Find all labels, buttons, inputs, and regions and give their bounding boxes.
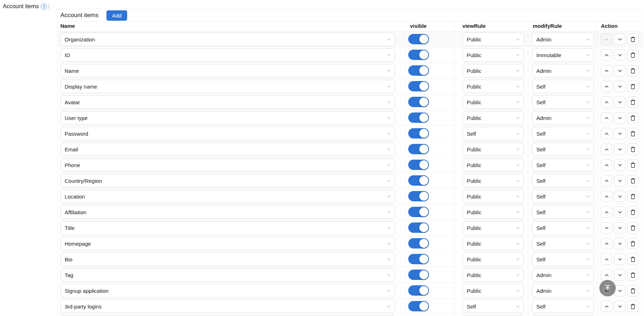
visible-switch[interactable] [408,97,429,107]
modify-rule-select[interactable]: Self [532,80,594,93]
view-rule-select[interactable]: Self [463,127,524,140]
move-down-button[interactable] [614,96,625,108]
visible-switch[interactable] [408,254,429,264]
visible-switch[interactable] [408,285,429,296]
move-down-button[interactable] [614,254,625,265]
view-rule-select[interactable]: Public [463,205,524,219]
move-up-button[interactable] [601,238,612,249]
modify-rule-select[interactable]: Self [532,300,594,313]
name-select[interactable]: Display name [60,80,395,93]
visible-switch[interactable] [408,270,429,280]
modify-rule-select[interactable]: Immutable [532,48,594,62]
move-down-button[interactable] [614,238,625,249]
view-rule-select[interactable]: Public [463,95,524,109]
move-up-button[interactable] [601,128,612,139]
move-up-button[interactable] [601,191,612,202]
move-down-button[interactable] [614,269,625,281]
name-select[interactable]: Phone [60,158,395,172]
move-down-button[interactable] [614,144,625,155]
visible-switch[interactable] [408,238,429,249]
visible-switch[interactable] [408,34,429,44]
view-rule-select[interactable]: Public [463,221,524,235]
move-up-button[interactable] [601,269,612,281]
delete-button[interactable] [627,175,639,186]
delete-button[interactable] [627,49,639,61]
name-select[interactable]: Name [60,64,395,77]
name-select[interactable]: User type [60,111,395,125]
delete-button[interactable] [627,269,639,281]
move-up-button[interactable] [601,206,612,218]
move-up-button[interactable] [601,96,612,108]
move-down-button[interactable] [614,128,625,139]
delete-button[interactable] [627,222,639,234]
move-up-button[interactable] [601,65,612,76]
move-down-button[interactable] [614,301,625,312]
delete-button[interactable] [627,144,639,155]
move-down-button[interactable] [614,191,625,202]
name-select[interactable]: Title [60,221,395,235]
move-up-button[interactable] [601,81,612,92]
name-select[interactable]: Email [60,142,395,156]
modify-rule-select[interactable]: Self [532,205,594,219]
modify-rule-select[interactable]: Self [532,127,594,140]
name-select[interactable]: Signup application [60,284,395,297]
visible-switch[interactable] [408,144,429,154]
modify-rule-select[interactable]: Admin [532,111,594,125]
move-down-button[interactable] [614,159,625,171]
move-up-button[interactable] [601,222,612,234]
move-up-button[interactable] [601,254,612,265]
name-select[interactable]: Homepage [60,237,395,250]
visible-switch[interactable] [408,175,429,186]
view-rule-select[interactable]: Self [463,300,524,313]
name-select[interactable]: Affiliation [60,205,395,219]
delete-button[interactable] [627,128,639,139]
move-down-button[interactable] [614,112,625,124]
visible-switch[interactable] [408,81,429,91]
move-down-button[interactable] [614,81,625,92]
view-rule-select[interactable]: Public [463,268,524,282]
modify-rule-select[interactable]: Admin [532,284,594,297]
view-rule-select[interactable]: Public [463,32,524,46]
delete-button[interactable] [627,96,639,108]
modify-rule-select[interactable]: Self [532,237,594,250]
name-select[interactable]: ID [60,48,395,62]
move-up-button[interactable] [601,175,612,186]
view-rule-select[interactable]: Public [463,284,524,297]
move-up-button[interactable] [601,159,612,171]
view-rule-select[interactable]: Public [463,111,524,125]
modify-rule-select[interactable]: Self [532,221,594,235]
help-icon[interactable]: ? [41,4,47,10]
view-rule-select[interactable]: Public [463,252,524,266]
visible-switch[interactable] [408,50,429,60]
modify-rule-select[interactable]: Self [532,142,594,156]
add-button[interactable]: Add [106,10,127,21]
modify-rule-select[interactable]: Admin [532,268,594,282]
move-down-button[interactable] [614,206,625,218]
move-up-button[interactable] [601,112,612,124]
move-down-button[interactable] [614,175,625,186]
view-rule-select[interactable]: Public [463,174,524,187]
name-select[interactable]: Avatar [60,95,395,109]
move-up-button[interactable] [601,301,612,312]
modify-rule-select[interactable]: Self [532,252,594,266]
move-up-button[interactable] [601,144,612,155]
view-rule-select[interactable]: Public [463,64,524,77]
name-select[interactable]: Organization [60,32,395,46]
delete-button[interactable] [627,112,639,124]
delete-button[interactable] [627,65,639,76]
name-select[interactable]: Password [60,127,395,140]
name-select[interactable]: Country/Region [60,174,395,187]
visible-switch[interactable] [408,222,429,233]
move-down-button[interactable] [614,222,625,234]
visible-switch[interactable] [408,128,429,139]
delete-button[interactable] [627,285,639,296]
delete-button[interactable] [627,159,639,171]
visible-switch[interactable] [408,65,429,76]
move-down-button[interactable] [614,49,625,61]
delete-button[interactable] [627,81,639,92]
view-rule-select[interactable]: Public [463,237,524,250]
move-down-button[interactable] [614,285,625,296]
visible-switch[interactable] [408,191,429,201]
delete-button[interactable] [627,191,639,202]
move-down-button[interactable] [614,34,625,45]
